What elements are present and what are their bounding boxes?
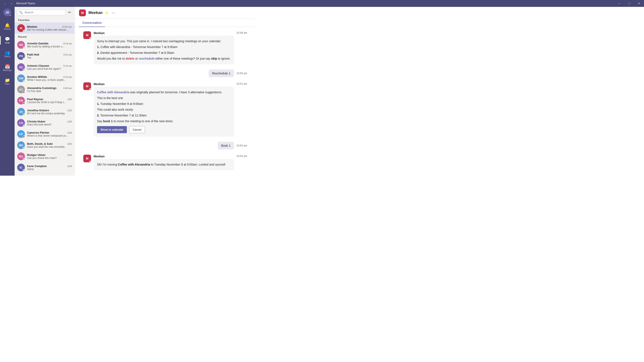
list-item[interactable]: M Meekan 10:54 am Ok! I'm moving Coffee … [14,22,74,34]
message-time: 10:51 am [236,82,247,85]
list-item[interactable]: IC Irene Compton10/4 Haha! [14,162,74,173]
main-content: M Meekan ★ ··· Conversation M Meekan [75,7,256,176]
chat-time: 6:14 am [63,64,72,67]
tabs: Conversation [75,19,256,27]
list-item[interactable]: RU Rodger Ulmer10/4 Can you check this c… [14,151,74,162]
chat-time: 10/5 [68,120,72,123]
avatar: CP [17,130,25,138]
avatar: M [17,24,25,32]
message-bubble-right: Reschedule 1 [209,69,234,77]
status-indicator [23,80,25,82]
status-indicator [23,46,25,49]
sidebar-item-label: Chat [5,42,10,44]
sidebar-item-activity[interactable]: 🔔 Activity [0,20,14,33]
chat-preview: Where is that ramen restaurant yo... [27,134,72,137]
sidebar-item-chat[interactable]: 💬 Chat [0,33,14,47]
chat-time: 10/4 [68,154,72,156]
bold-meeting-name: Coffee with Alexandria [118,163,150,166]
avatar: M [83,155,91,162]
chat-time: 10/5 [68,98,72,101]
list-item[interactable]: PH Patti Hull8:01 am Yes [14,50,74,61]
chat-info: Cameron Pitcher10/4 Where is that ramen … [27,131,72,137]
nav-forward-button[interactable]: › [8,0,14,6]
list-item[interactable]: BD Beth, David, & Suki10/4 Have you trie… [14,140,74,151]
nav-back-button[interactable]: ‹ [2,0,8,6]
bold-meeting-name: Coffee with Alexandria [97,90,129,94]
chat-info: Beth, David, & Suki10/4 Have you tried t… [27,142,72,148]
search-icon: 🔍 [19,11,23,14]
show-in-calendar-button[interactable]: Show in calendar [97,126,127,133]
chat-header-avatar: M [79,9,86,16]
message-sender: Meekan [94,31,104,35]
chat-info: Alexandria Cummings6:08 am I'm free late… [27,86,72,93]
chat-preview: Yes [27,56,72,59]
cancel-button[interactable]: Cancel [129,126,145,133]
chat-info: Meekan 10:54 am Ok! I'm moving Coffee wi… [27,25,72,31]
list-item[interactable]: AC Antonio Clausen6:14 am Can you send t… [14,61,74,73]
list-item[interactable]: PR Paul Raynor10/5 I turned the SOW in l… [14,95,74,106]
sidebar-item-label: Activity [4,28,11,30]
search-input[interactable] [24,11,64,14]
message-text: Would you like me to delete or reschedul… [97,56,230,61]
sidebar-item-teams[interactable]: 👥 Teams [0,47,14,61]
status-indicator [89,37,92,39]
reschedule-action: reschedule [139,57,154,60]
message-text: Say book 1 to move the meeting to one of… [97,119,230,123]
message-content: Meekan Coffee with Alexandria was origin… [94,82,234,137]
chat-time: 10/4 [68,143,72,145]
search-box[interactable]: 🔍 [17,10,66,15]
sidebar-item-meetings[interactable]: 📅 Meetings [0,61,14,75]
chat-name: Patti Hull [27,53,39,56]
chat-preview: While I have you, is there anythi... [27,78,72,81]
message-bubble-right: Book 1 [218,142,234,149]
sidebar-item-files[interactable]: 📁 Files [0,75,14,88]
tab-conversation[interactable]: Conversation [79,19,105,27]
delete-action: delete [126,57,134,60]
chat-header: M Meekan ★ ··· [75,7,256,19]
avatar-status [9,14,11,16]
list-item[interactable]: HR Annette Gamble8:14 am We could try ad… [14,39,74,50]
status-indicator [23,147,25,149]
avatar: HR [17,41,25,49]
message-bubble: Sorry to interrupt you. This just came i… [94,35,234,64]
activity-icon: 🔔 [5,23,10,27]
list-item[interactable]: CP Cameron Pitcher10/4 Where is that ram… [14,128,74,140]
chat-preview: I'm free later [27,90,72,93]
avatar: RU [17,152,25,160]
list-item[interactable]: GW Gordon Wilhite6:10 am While I have yo… [14,73,74,84]
list-item[interactable]: AC Alexandria Cummings6:08 am I'm free l… [14,84,74,95]
new-chat-button[interactable]: ✏ [68,9,72,15]
message-text: 2. Dentist appointment - Tomorrow Novemb… [97,51,230,55]
chat-info: Annette Gamble8:14 am We could try addin… [27,42,72,48]
status-indicator [23,158,25,160]
favorites-label: Favorites [14,17,74,22]
avatar[interactable]: JD [4,8,11,16]
chat-info: Antonio Clausen6:14 am Can you send that… [27,64,72,70]
list-item[interactable]: JO Josefina Osborn10/5 MJ sent me the co… [14,106,74,117]
chat-name: Gordon Wilhite [27,75,47,78]
chat-preview: We could try adding a border u... [27,45,72,48]
status-indicator [23,30,25,32]
chat-name: Irene Compton [27,164,47,168]
message-text: 2. Tomorrow November 7 at 11:30am [97,113,230,118]
chat-preview: Can you send that link again? [27,67,72,70]
avatar: CH [17,119,25,127]
chat-info: Christa Huber10/5 Does this look weird? [27,120,72,126]
favorite-star-icon[interactable]: ★ [105,11,108,15]
list-item[interactable]: CH Christa Huber10/5 Does this look weir… [14,117,74,128]
chat-preview: Haha! [27,168,72,171]
more-options-icon[interactable]: ··· [112,10,115,15]
message-text: 1. Tuesday November 8 at 9:00am [97,102,230,106]
chat-preview: I turned the SOW in last Friday t... [27,101,72,104]
message-text: 1. Coffee with Alexandria - Tomorrow Nov… [97,45,230,49]
message-text: Ok! I'm moving Coffee with Alexandria to… [97,162,230,167]
chat-icon: 💬 [5,37,10,41]
message-content: Meekan Sorry to interrupt you. This just… [94,31,234,64]
avatar: JO [17,108,25,116]
messages-area: M Meekan Sorry to interrupt you. This ju… [75,27,256,176]
chat-info: Irene Compton10/4 Haha! [27,164,72,171]
status-indicator [23,136,25,138]
sidebar-item-label: Teams [4,55,10,58]
status-indicator [23,102,25,104]
message-time: 10:54 am [236,144,247,147]
